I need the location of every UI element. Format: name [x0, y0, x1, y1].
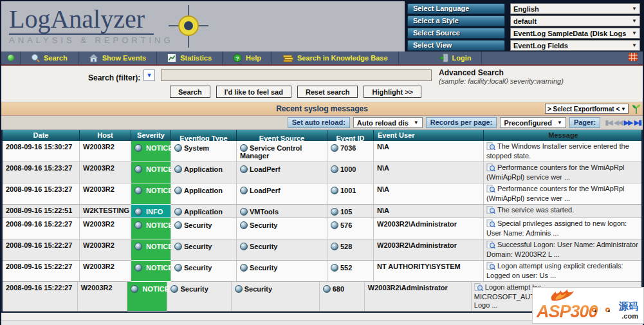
- nav-right-tools[interactable]: [623, 52, 643, 64]
- cell-event-user: W2003R2\Administrator: [374, 239, 484, 260]
- globe-filter-icon[interactable]: [134, 208, 142, 216]
- nav-item-search[interactable]: Search: [21, 51, 78, 64]
- column-header-event-id[interactable]: Event ID: [327, 130, 374, 141]
- message-detail-icon[interactable]: [486, 185, 495, 194]
- globe-filter-icon[interactable]: [174, 264, 182, 272]
- globe-filter-icon[interactable]: [240, 243, 248, 250]
- search-action-button[interactable]: Highlight >>: [363, 86, 421, 98]
- message-detail-icon[interactable]: [486, 206, 495, 216]
- pager-prev-button[interactable]: ◀◀: [614, 118, 622, 127]
- globe-filter-icon[interactable]: [331, 221, 338, 229]
- search-action-button[interactable]: Reset search: [297, 86, 358, 98]
- syslog-table: Date Host Severity Eventlog Type Event S…: [1, 130, 643, 313]
- selector-dropdown[interactable]: EventLog Fields ▼: [510, 40, 640, 51]
- globe-filter-icon[interactable]: [174, 208, 182, 216]
- globe-filter-icon[interactable]: [240, 187, 248, 194]
- globe-filter-icon[interactable]: [174, 165, 182, 173]
- globe-filter-icon[interactable]: [131, 285, 138, 293]
- globe-filter-icon[interactable]: [174, 243, 182, 250]
- column-header-severity[interactable]: Severity: [131, 130, 171, 142]
- globe-filter-icon[interactable]: [174, 144, 182, 152]
- nav-item-statistics[interactable]: Statistics: [157, 51, 223, 64]
- export-format-select[interactable]: > Select Exportformat < ▼: [545, 104, 629, 114]
- message-detail-icon[interactable]: [486, 163, 495, 173]
- pager-first-button[interactable]: ▮◀: [605, 118, 612, 127]
- eventlog-type-value: Security: [184, 243, 212, 250]
- selector-dropdown[interactable]: English ▼: [510, 3, 640, 14]
- asp300-watermark: ASP300 源码 .com: [532, 287, 644, 324]
- search-input[interactable]: [161, 70, 432, 81]
- message-detail-icon[interactable]: [486, 142, 495, 152]
- globe-filter-icon[interactable]: [331, 264, 338, 272]
- globe-filter-icon[interactable]: [331, 187, 338, 194]
- globe-filter-icon[interactable]: [331, 208, 338, 216]
- globe-filter-icon[interactable]: [235, 285, 243, 293]
- message-detail-icon[interactable]: [486, 262, 495, 272]
- globe-filter-icon[interactable]: [134, 165, 142, 173]
- column-header-event-user[interactable]: Event User: [374, 130, 484, 141]
- globe-filter-icon[interactable]: [134, 264, 142, 272]
- globe-filter-icon[interactable]: [134, 243, 142, 250]
- grid-calendar-icon: [629, 52, 638, 64]
- globe-filter-icon[interactable]: [331, 144, 338, 152]
- eventlog-type-value: System: [184, 144, 209, 152]
- search-icon: [31, 53, 40, 62]
- globe-filter-icon[interactable]: [134, 221, 142, 229]
- app-header: LogAnalyzer ANALYSIS & REPORTING Select …: [1, 1, 643, 51]
- cell-eventlog-type: Security: [167, 282, 231, 311]
- globe-filter-icon[interactable]: [170, 285, 178, 293]
- message-detail-icon[interactable]: [474, 283, 483, 293]
- search-filter-label: Search (filter):: [88, 73, 140, 82]
- eventlog-type-value: Application: [184, 208, 223, 216]
- pager-last-button[interactable]: ▶▮: [634, 118, 641, 127]
- event-id-value: 680: [333, 285, 344, 293]
- chevron-down-icon: ▼: [621, 106, 626, 112]
- selector-value: EventLog SampleData (Disk Logs: [513, 30, 626, 37]
- globe-filter-icon[interactable]: [331, 243, 338, 250]
- globe-filter-icon[interactable]: [240, 264, 248, 272]
- nav-item-knowledge-base[interactable]: Search in Knowledge Base: [272, 51, 399, 64]
- books-icon: [282, 53, 293, 62]
- globe-filter-icon[interactable]: [134, 187, 142, 194]
- chevron-down-icon: ▼: [557, 120, 562, 125]
- event-id-value: 105: [340, 208, 352, 216]
- globe-filter-icon[interactable]: [134, 144, 142, 152]
- table-row: 2008-09-16 15:22:27 W2003R2 NOTICE Secur…: [3, 239, 641, 261]
- column-header-message[interactable]: Message: [484, 130, 641, 141]
- severity-badge: NOTICE: [146, 243, 173, 250]
- globe-filter-icon[interactable]: [240, 165, 248, 173]
- column-header-eventlog-type[interactable]: Eventlog Type: [171, 130, 237, 141]
- nav-item-help[interactable]: ? Help: [223, 51, 272, 64]
- pager-next-button[interactable]: ▶▶: [624, 118, 632, 127]
- globe-filter-icon[interactable]: [331, 165, 338, 173]
- globe-filter-icon[interactable]: [323, 285, 331, 293]
- cell-severity: NOTICE: [131, 218, 171, 239]
- column-header-event-source[interactable]: Event Source: [237, 130, 327, 141]
- selector-dropdown[interactable]: EventLog SampleData (Disk Logs ▼: [510, 28, 640, 39]
- message-detail-icon[interactable]: [486, 219, 495, 229]
- selector-dropdown[interactable]: default ▼: [510, 15, 640, 26]
- cell-host: W2KTESTING: [80, 205, 131, 218]
- cell-event-user: N\A: [374, 183, 484, 204]
- nav-item-show-events[interactable]: Show Events: [78, 51, 157, 64]
- globe-filter-icon[interactable]: [174, 187, 182, 194]
- records-per-page-select[interactable]: Preconfigured ▼: [500, 117, 566, 128]
- export-sprout-icon[interactable]: [632, 104, 641, 117]
- table-row: 2008-09-16 15:22:27 W2003R2 NOTICE Secur…: [3, 261, 641, 282]
- message-detail-icon[interactable]: [486, 241, 495, 250]
- nav-item-login[interactable]: Login: [428, 51, 483, 64]
- filter-dropdown-button[interactable]: ▼: [143, 70, 155, 81]
- column-header-date[interactable]: Date: [3, 130, 80, 141]
- search-action-button[interactable]: Search: [170, 86, 210, 98]
- cell-eventlog-type: Security: [171, 218, 237, 239]
- column-header-host[interactable]: Host: [80, 130, 131, 141]
- auto-reload-select[interactable]: Auto reload dis ▼: [353, 117, 423, 128]
- search-action-button[interactable]: I'd like to feel sad: [216, 86, 291, 98]
- globe-filter-icon[interactable]: [240, 221, 248, 229]
- globe-filter-icon[interactable]: [240, 208, 248, 216]
- globe-filter-icon[interactable]: [174, 221, 182, 229]
- globe-filter-icon[interactable]: [240, 144, 248, 152]
- advanced-search[interactable]: Advanced Search (sample: facility:local0…: [439, 68, 564, 85]
- cell-event-id: 7036: [327, 141, 374, 162]
- status-dot-segment[interactable]: [1, 51, 21, 64]
